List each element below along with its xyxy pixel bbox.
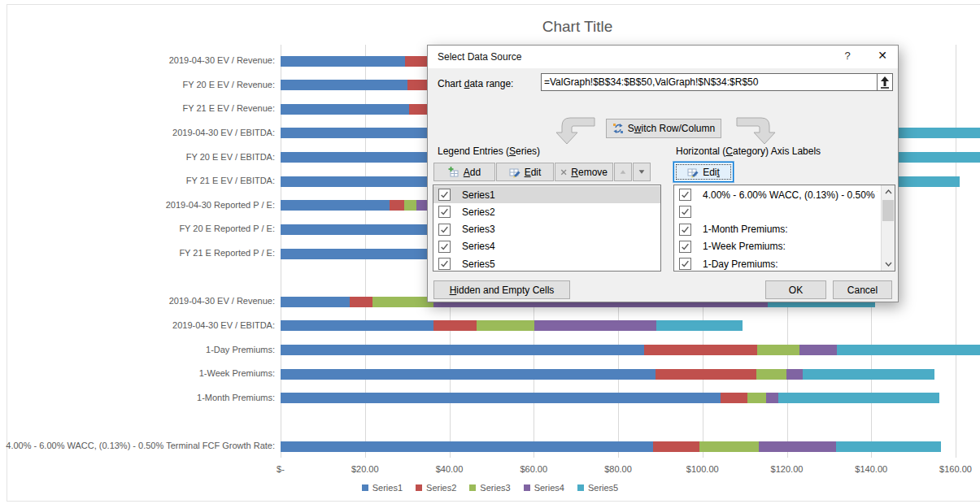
legend-label: Series3 (480, 483, 510, 493)
switch-row-column-button[interactable]: Switch Row/Column (606, 119, 721, 138)
bar-segment-series5 (656, 320, 743, 331)
bar-segment-series2 (350, 297, 372, 307)
series-row[interactable]: Series1 (433, 186, 660, 203)
remove-button-label: Remove (571, 167, 608, 178)
axis-label-row[interactable]: 4.00% - 6.00% WACC, (0.13%) - 0.50% Term… (674, 186, 895, 203)
bar-segment-series1 (281, 104, 409, 115)
row-label: 4.00% - 6.00% WACC, (0.13%) - 0.50% Term… (703, 189, 878, 201)
swap-arrow-left-icon (554, 115, 596, 147)
gridline (956, 45, 956, 458)
dialog-titlebar[interactable]: Select Data Source ? ✕ (428, 46, 898, 68)
legend-swatch-icon (416, 484, 422, 491)
row-label: 1-Week Premiums: (703, 241, 786, 252)
bar-segment-series3 (404, 200, 416, 211)
category-label: FY 20 E Reported P / E: (0, 224, 275, 233)
series-row[interactable]: Series4 (433, 238, 660, 255)
checkmark-icon (440, 190, 449, 199)
series-row[interactable]: Series2 (433, 203, 660, 220)
category-label: 2019-04-30 EV / EBITDA: (0, 128, 275, 137)
axis-labels-listbox[interactable]: 4.00% - 6.00% WACC, (0.13%) - 0.50% Term… (673, 185, 895, 272)
legend-item: Series4 (524, 483, 564, 493)
add-series-button[interactable]: Add (433, 163, 495, 181)
chart-data-range-label: Chart data range: (438, 78, 513, 89)
category-label: 1-Month Premiums: (0, 393, 275, 402)
legend-swatch-icon (524, 484, 530, 491)
legend-entries-listbox[interactable]: Series1Series2Series3Series4Series5 (433, 185, 661, 272)
bar-segment-series3 (372, 297, 433, 307)
chart-legend: Series1Series2Series3Series4Series5 (0, 483, 980, 493)
bar-segment-series4 (759, 441, 836, 452)
row-label: Series4 (462, 241, 495, 252)
remove-icon (560, 167, 567, 177)
collapse-dialog-button[interactable] (877, 73, 893, 91)
remove-series-button[interactable]: Remove (555, 163, 613, 181)
move-series-up-button[interactable] (614, 163, 632, 181)
axis-label-row[interactable]: 1-Week Premiums: (674, 238, 895, 255)
series-row[interactable]: Series5 (433, 255, 660, 272)
category-label: 2019-04-30 EV / EBITDA: (0, 320, 275, 330)
legend-item: Series1 (362, 483, 403, 493)
edit-axis-labels-button[interactable]: Edit (673, 162, 734, 182)
legend-swatch-icon (577, 484, 584, 491)
bar-segment-series3 (477, 320, 534, 331)
cancel-button[interactable]: Cancel (833, 280, 892, 299)
bar-segment-series4 (799, 345, 837, 355)
move-series-down-button[interactable] (633, 163, 651, 181)
category-label: 2019-04-30 EV / Revenue: (0, 55, 275, 65)
hidden-cells-button-label: Hidden and Empty Cells (450, 285, 555, 296)
edit-series-button[interactable]: Edit (496, 163, 554, 181)
bar-segment-series1 (281, 200, 390, 211)
category-label: 2019-04-30 EV / Revenue: (0, 296, 275, 306)
bar-segment-series1 (281, 80, 407, 90)
x-axis-tick-label: $120.00 (751, 464, 824, 474)
x-axis-tick-label: $80.00 (581, 464, 655, 474)
row-checkbox[interactable] (679, 189, 691, 201)
checkmark-icon (681, 242, 690, 251)
bar-segment-series1 (281, 369, 656, 380)
help-icon[interactable]: ? (838, 50, 856, 64)
x-axis-tick-label: $- (244, 464, 317, 474)
row-checkbox[interactable] (679, 206, 691, 218)
checkmark-icon (440, 242, 449, 251)
row-checkbox[interactable] (679, 224, 691, 236)
legend-item: Series2 (416, 483, 456, 493)
add-icon (448, 167, 460, 178)
ok-button[interactable]: OK (765, 280, 826, 299)
legend-label: Series5 (588, 483, 618, 493)
axis-labels-section-label: Horizontal (Category) Axis Labels (676, 146, 821, 157)
bar-segment-series2 (656, 369, 756, 380)
bar-segment-series1 (281, 393, 721, 403)
x-axis-tick-label: $140.00 (834, 464, 908, 474)
axis-label-row[interactable] (674, 203, 895, 220)
edit-icon (687, 167, 699, 178)
row-checkbox[interactable] (679, 258, 691, 270)
category-label: 4.00% - 6.00% WACC, (0.13%) - 0.50% Term… (0, 441, 275, 450)
chart-data-range-input[interactable] (541, 73, 878, 91)
row-label: 1-Month Premiums: (703, 224, 788, 235)
axis-label-row[interactable]: 1-Day Premiums: (674, 255, 895, 272)
x-axis-tick-label: $100.00 (666, 464, 739, 474)
collapse-range-icon (880, 76, 890, 89)
row-checkbox[interactable] (438, 206, 451, 218)
category-label: FY 20 E EV / EBITDA: (0, 152, 275, 162)
legend-entries-section-label: Legend Entries (Series) (438, 146, 540, 157)
row-checkbox[interactable] (679, 241, 691, 253)
legend-label: Series1 (372, 483, 403, 493)
series-row[interactable]: Series3 (433, 221, 660, 238)
bar-segment-series1 (281, 249, 450, 259)
dialog-title: Select Data Source (438, 51, 521, 63)
bar-segment-series1 (281, 297, 350, 307)
bar-segment-series5 (837, 345, 980, 355)
row-checkbox[interactable] (438, 241, 451, 253)
ok-button-label: OK (789, 285, 803, 296)
row-label: Series5 (462, 259, 495, 270)
checkmark-icon (681, 259, 690, 268)
row-checkbox[interactable] (438, 224, 451, 236)
x-axis-tick-label: $20.00 (329, 464, 402, 474)
row-checkbox[interactable] (438, 189, 451, 201)
axis-label-row[interactable]: 1-Month Premiums: (674, 221, 895, 238)
hidden-and-empty-cells-button[interactable]: Hidden and Empty Cells (433, 280, 570, 299)
bar-segment-series2 (653, 441, 699, 452)
close-icon[interactable]: ✕ (872, 49, 893, 65)
row-checkbox[interactable] (438, 258, 451, 270)
